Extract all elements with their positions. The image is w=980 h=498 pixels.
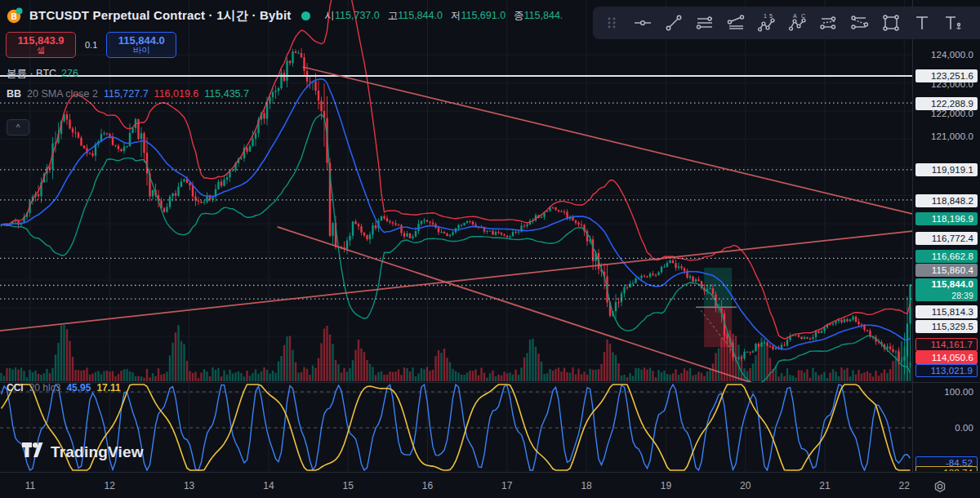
price-axis-label: 115,329.5 [915, 320, 978, 333]
bb-legend[interactable]: BB 20 SMA close 2 115,727.7 116,019.6 11… [7, 88, 249, 100]
time-axis-label: 19 [661, 480, 671, 491]
rectangle-icon[interactable] [875, 9, 906, 37]
time-axis-label: 17 [501, 480, 512, 491]
settings-gear-icon[interactable] [931, 478, 949, 496]
tradingview-chart-window: B BTCUSDT Perpetual Contract · 1시간 · Byb… [0, 0, 980, 498]
open-value: 115,737.0 [335, 10, 380, 21]
svg-text:A: A [793, 13, 797, 19]
svg-text:1: 1 [764, 13, 767, 19]
sell-button[interactable]: 115,843.9 셀 [6, 32, 76, 58]
price-axis[interactable]: 124,000.0123,251.6123,000.0122,288.9122,… [912, 0, 980, 472]
chart-header: B BTCUSDT Perpetual Contract · 1시간 · Byb… [7, 7, 563, 24]
svg-text:C: C [801, 13, 805, 19]
price-axis-label: 116,772.4 [915, 232, 978, 245]
cci-value-2: 17.11 [96, 382, 120, 394]
horizontal-line-icon[interactable] [689, 9, 720, 37]
time-axis-label: 15 [343, 480, 354, 491]
legend-collapse-button[interactable]: ^ [7, 119, 29, 136]
bb-upper-value: 116,019.6 [154, 88, 199, 100]
cci-legend[interactable]: CCI 20 hlc3 45.95 17.11 [7, 382, 121, 394]
spread-value: 0.1 [81, 38, 101, 51]
volume-legend[interactable]: 볼륨 · BTC276 [7, 67, 78, 81]
cross-line-icon[interactable] [627, 9, 658, 37]
price-axis-label: 115,860.4 [915, 264, 978, 277]
price-axis-label: 114,050.6 [915, 351, 978, 364]
close-value: 115,844. [524, 10, 564, 21]
parallel-channel-icon[interactable] [720, 9, 751, 37]
trend-line-icon[interactable] [658, 9, 689, 37]
volume-value: 276 [61, 68, 78, 79]
btc-coin-icon: B [7, 7, 23, 24]
price-axis-label: 115,814.3 [915, 305, 978, 318]
xabcd-pattern-icon[interactable]: AC [782, 9, 813, 37]
bb-basis-value: 115,727.7 [104, 88, 149, 100]
price-axis-tick: 121,000.0 [915, 130, 978, 143]
ohlc-values: 시115,737.0 고115,844.0 저115,691.0 종115,84… [325, 9, 564, 23]
price-axis-label: 122,288.9 [915, 97, 978, 110]
time-axis-label: 21 [819, 480, 830, 491]
price-axis-tick: 124,000.0 [915, 48, 978, 61]
pitchfork-icon[interactable]: 15 [751, 9, 782, 37]
time-axis-label: 20 [740, 480, 751, 491]
trade-panel: 115,843.9 셀 0.1 115,844.0 바이 [6, 32, 176, 58]
price-axis-label: 116,662.8 [915, 250, 978, 263]
time-axis-label: 12 [105, 480, 115, 491]
low-value: 115,691.0 [461, 10, 506, 21]
time-axis[interactable]: 111213141516171819202122 [0, 472, 980, 498]
tradingview-watermark: TradingView [21, 442, 144, 462]
price-axis-label: 118,196.9 [915, 212, 978, 225]
time-axis-label: 13 [184, 480, 194, 491]
price-axis-tick: 100.00 [915, 385, 978, 398]
cci-yellow-value-label: -138.74 [915, 466, 978, 471]
text-tool-icon[interactable] [906, 9, 938, 37]
cci-value-1: 45.95 [66, 382, 91, 394]
high-value: 115,844.0 [398, 10, 443, 21]
buy-button[interactable]: 115,844.0 바이 [106, 32, 176, 58]
time-axis-label: 14 [263, 480, 274, 491]
price-axis-label: 118,848.2 [915, 194, 978, 207]
bb-lower-value: 115,435.7 [204, 88, 249, 100]
symbol-title[interactable]: BTCUSDT Perpetual Contract · 1시간 · Bybit [29, 8, 292, 24]
time-axis-label: 18 [581, 480, 591, 491]
flat-top-bottom-icon[interactable] [844, 9, 875, 37]
price-axis-label: 123,251.6 [915, 69, 978, 82]
disjoint-channel-icon[interactable] [813, 9, 844, 37]
watermark-text: TradingView [51, 443, 144, 461]
market-status-dot[interactable] [301, 11, 310, 20]
time-axis-label: 11 [25, 480, 35, 491]
price-axis-tick: 0.00 [915, 421, 978, 434]
time-axis-label: 22 [899, 480, 910, 491]
last-price-label: 115,844.028:39 [915, 278, 978, 301]
anchored-text-icon[interactable] [938, 9, 969, 37]
price-axis-label: 113,021.9 [915, 364, 978, 377]
svg-text:B: B [11, 12, 16, 21]
price-axis-label: 119,919.1 [915, 163, 978, 176]
toolbar-drag-handle-icon[interactable] [596, 9, 627, 37]
price-axis-label: 114,161.7 [915, 338, 978, 351]
svg-text:5: 5 [769, 13, 773, 19]
drawing-toolbar: 15 AC [593, 7, 980, 39]
time-axis-label: 16 [422, 480, 433, 491]
chart-canvas[interactable] [0, 0, 980, 498]
tradingview-logo-icon [21, 442, 43, 462]
